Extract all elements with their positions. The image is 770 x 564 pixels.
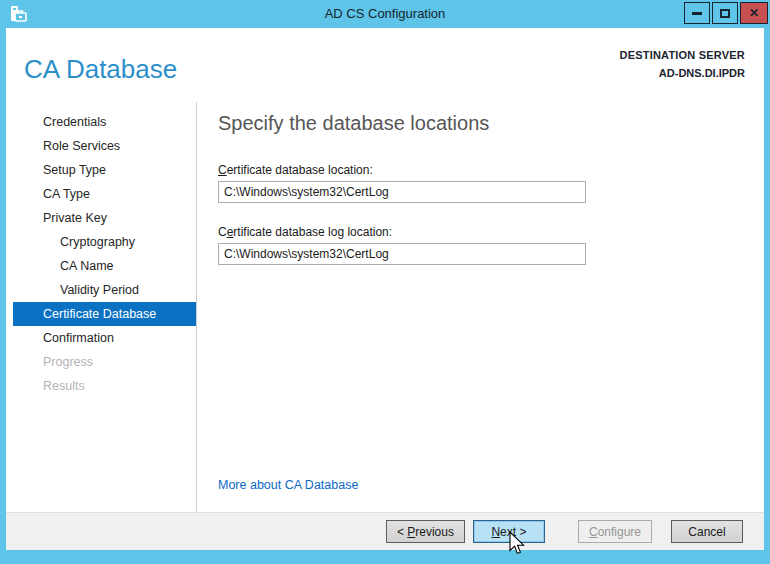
- wizard-panel: CA Database DESTINATION SERVER AD-DNS.DI…: [6, 28, 764, 550]
- window-title: AD CS Configuration: [0, 0, 770, 28]
- wizard-footer: < Previous Next > Configure Cancel: [6, 512, 764, 550]
- title-bar[interactable]: AD CS Configuration ✕: [0, 0, 770, 28]
- destination-server-block: DESTINATION SERVER AD-DNS.DI.IPDR: [620, 46, 745, 102]
- sidebar-item-results: Results: [6, 374, 196, 398]
- next-button[interactable]: Next >: [473, 520, 545, 543]
- wizard-content: Specify the database locations Certifica…: [197, 102, 764, 512]
- sidebar-item-role-services[interactable]: Role Services: [6, 134, 196, 158]
- sidebar-item-validity-period[interactable]: Validity Period: [6, 278, 196, 302]
- maximize-button[interactable]: [712, 2, 738, 24]
- certificate-database-location-label: Certificate database location:: [218, 163, 740, 177]
- maximize-icon: [720, 9, 730, 18]
- sidebar-item-progress: Progress: [6, 350, 196, 374]
- sidebar-item-cryptography[interactable]: Cryptography: [6, 230, 196, 254]
- sidebar-item-certificate-database[interactable]: Certificate Database: [13, 302, 196, 326]
- window-controls: ✕: [684, 2, 768, 24]
- more-about-ca-database-link[interactable]: More about CA Database: [218, 478, 358, 492]
- destination-server-name: AD-DNS.DI.IPDR: [620, 64, 745, 82]
- sidebar-item-setup-type[interactable]: Setup Type: [6, 158, 196, 182]
- previous-button[interactable]: < Previous: [386, 520, 465, 543]
- configure-button: Configure: [578, 520, 652, 543]
- adcs-configuration-window: AD CS Configuration ✕ CA Database DESTIN…: [0, 0, 770, 564]
- sidebar-item-ca-name[interactable]: CA Name: [6, 254, 196, 278]
- minimize-button[interactable]: [684, 2, 710, 24]
- close-icon: ✕: [749, 6, 759, 20]
- cancel-button[interactable]: Cancel: [671, 520, 743, 543]
- wizard-steps-sidebar: Credentials Role Services Setup Type CA …: [6, 102, 197, 512]
- wizard-header: CA Database DESTINATION SERVER AD-DNS.DI…: [6, 28, 764, 102]
- content-heading: Specify the database locations: [218, 112, 740, 135]
- minimize-icon: [692, 12, 702, 15]
- certificate-database-location-input[interactable]: [218, 181, 586, 203]
- certificate-database-log-location-input[interactable]: [218, 243, 586, 265]
- certificate-database-log-location-label: Certificate database log location:: [218, 225, 740, 239]
- page-title: CA Database: [24, 54, 177, 102]
- sidebar-item-credentials[interactable]: Credentials: [6, 110, 196, 134]
- sidebar-item-ca-type[interactable]: CA Type: [6, 182, 196, 206]
- sidebar-item-private-key[interactable]: Private Key: [6, 206, 196, 230]
- close-button[interactable]: ✕: [740, 2, 768, 24]
- sidebar-item-confirmation[interactable]: Confirmation: [6, 326, 196, 350]
- destination-server-label: DESTINATION SERVER: [620, 46, 745, 64]
